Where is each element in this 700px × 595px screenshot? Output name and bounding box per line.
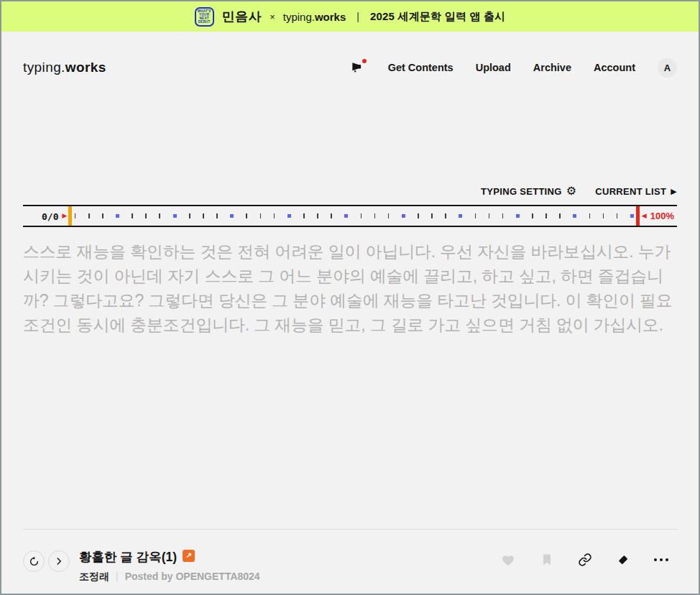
- restart-icon: [29, 556, 40, 567]
- restart-button[interactable]: [23, 550, 45, 572]
- ruler-tick: [374, 213, 376, 218]
- ruler-tick: [445, 213, 446, 218]
- ruler-tick: [145, 213, 147, 218]
- banner-partner-regular: typing.: [283, 11, 315, 23]
- avatar[interactable]: A: [658, 58, 677, 78]
- ruler-tick: [545, 213, 547, 218]
- typing-toolbar: TYPING SETTING ⚙ CURRENT LIST ▶: [23, 185, 677, 197]
- main-nav: Get Contents Upload Archive Account A: [350, 58, 677, 78]
- current-list-label: CURRENT LIST: [595, 186, 666, 197]
- work-author: 조정래: [79, 571, 109, 584]
- bookmark-button[interactable]: [540, 553, 554, 567]
- heart-icon: [500, 552, 516, 568]
- footer-actions: [500, 552, 678, 568]
- ruler-tick-blue: [173, 214, 177, 218]
- ruler-tick-blue: [344, 214, 348, 218]
- ruler-tick: [260, 213, 262, 218]
- footer-left: 황홀한 글 감옥(1) ↗ 조정래 | Posted by OPENGETTA8…: [23, 545, 260, 584]
- ruler-tick: [132, 213, 133, 218]
- ruler-tick: [159, 213, 160, 218]
- ruler-tick-blue: [573, 214, 576, 218]
- ruler-tick: [431, 213, 433, 218]
- ruler-tick: [216, 213, 218, 218]
- nav-get-contents[interactable]: Get Contents: [388, 62, 453, 73]
- gear-icon: ⚙: [566, 185, 577, 197]
- ruler-tick: [303, 213, 305, 218]
- progress-counter: 0/0: [42, 211, 58, 221]
- start-bar: [68, 206, 72, 226]
- progress-start-marker: ▶: [63, 206, 72, 226]
- megaphone-icon: [350, 60, 364, 75]
- ruler-tick-blue: [402, 214, 405, 218]
- chevron-right-icon: [54, 556, 64, 566]
- play-icon: ▶: [671, 188, 677, 195]
- bookmark-icon: [540, 553, 554, 567]
- nav-upload[interactable]: Upload: [476, 62, 511, 73]
- start-triangle-icon: ▶: [63, 213, 68, 219]
- next-button[interactable]: [48, 550, 70, 572]
- ruler-tick-blue: [230, 214, 234, 218]
- ruler-tick: [603, 213, 604, 218]
- nav-account[interactable]: Account: [594, 62, 635, 73]
- more-button[interactable]: [654, 553, 669, 567]
- copy-link-button[interactable]: [578, 553, 592, 567]
- ruler-tick-blue: [287, 214, 291, 218]
- progress-ruler: 0/0 ▶ ◀ 100%: [23, 205, 677, 227]
- site-logo-bold: works: [65, 60, 106, 75]
- banner-partner: typing.works: [283, 11, 346, 23]
- work-byline: 조정래 | Posted by OPENGETTA8024: [79, 571, 260, 584]
- more-icon: [660, 558, 663, 562]
- link-icon: [578, 553, 592, 567]
- ruler-tick-blue: [516, 214, 520, 218]
- ruler-ticks: [75, 206, 634, 226]
- footer-bar: 황홀한 글 감옥(1) ↗ 조정래 | Posted by OPENGETTA8…: [23, 545, 677, 584]
- typing-works-page: WHAT'S YOUR NEXT DEBUT 민음사 × typing.work…: [0, 0, 700, 595]
- ruler-tick-blue: [630, 214, 634, 218]
- footer-divider: [23, 529, 677, 530]
- ruler-tick: [589, 213, 591, 218]
- typing-setting-button[interactable]: TYPING SETTING ⚙: [481, 185, 576, 197]
- ruler-tick: [532, 213, 533, 218]
- announcements-button[interactable]: [350, 60, 366, 75]
- ruler-tick: [189, 213, 190, 218]
- promo-banner[interactable]: WHAT'S YOUR NEXT DEBUT 민음사 × typing.work…: [1, 1, 699, 32]
- ruler-tick: [75, 213, 76, 218]
- playback-controls: [23, 550, 70, 584]
- erase-button[interactable]: [616, 553, 630, 567]
- ruler-tick: [489, 213, 490, 218]
- work-title: 황홀한 글 감옥(1): [79, 550, 177, 564]
- work-meta: 황홀한 글 감옥(1) ↗ 조정래 | Posted by OPENGETTA8…: [79, 545, 260, 584]
- site-logo[interactable]: typing.works: [23, 60, 106, 75]
- end-bar: [636, 206, 640, 226]
- site-logo-regular: typing.: [23, 60, 65, 75]
- external-link-button[interactable]: ↗: [183, 550, 195, 562]
- ruler-tick: [361, 213, 362, 218]
- ruler-tick: [88, 213, 90, 218]
- nav-archive[interactable]: Archive: [533, 62, 571, 73]
- notification-dot: [362, 59, 367, 63]
- end-triangle-icon: ◀: [642, 213, 647, 219]
- current-list-button[interactable]: CURRENT LIST ▶: [595, 186, 677, 197]
- posted-by: Posted by OPENGETTA8024: [125, 571, 260, 584]
- ruler-tick-blue: [459, 214, 462, 218]
- like-button[interactable]: [500, 552, 516, 568]
- cross-icon: ×: [270, 11, 275, 22]
- typing-passage[interactable]: 스스로 재능을 확인하는 것은 전혀 어려운 일이 아닙니다. 우선 자신을 바…: [23, 239, 677, 337]
- ruler-tick-blue: [116, 214, 119, 218]
- ruler-tick: [274, 213, 275, 218]
- ruler-tick: [502, 213, 504, 218]
- byline-divider: |: [116, 571, 119, 584]
- ruler-tick: [559, 213, 561, 218]
- ruler-tick: [317, 213, 318, 218]
- typing-setting-label: TYPING SETTING: [481, 186, 562, 197]
- banner-announcement: 2025 세계문학 일력 앱 출시: [370, 10, 505, 24]
- site-header: typing.works Get Contents Upload Archive…: [23, 55, 677, 80]
- banner-partner-bold: works: [315, 11, 346, 23]
- external-link-icon: ↗: [185, 551, 192, 561]
- ruler-tick: [331, 213, 332, 218]
- more-icon: [666, 558, 669, 562]
- ruler-tick: [388, 213, 390, 218]
- ruler-tick: [418, 213, 419, 218]
- ruler-tick: [617, 213, 618, 218]
- ruler-tick: [246, 213, 247, 218]
